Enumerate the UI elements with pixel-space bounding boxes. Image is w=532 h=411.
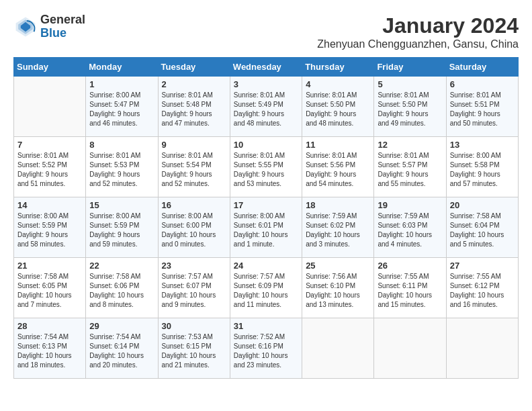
weekday-header: Friday (374, 58, 446, 77)
logo-general-text: General (40, 13, 85, 26)
month-title: January 2024 (317, 13, 519, 38)
weekday-header: Monday (86, 58, 158, 77)
day-detail: Sunrise: 8:00 AMSunset: 5:59 PMDaylight:… (17, 212, 82, 249)
day-detail: Sunrise: 7:58 AMSunset: 6:04 PMDaylight:… (450, 212, 515, 249)
day-detail: Sunrise: 7:58 AMSunset: 6:05 PMDaylight:… (17, 272, 82, 310)
day-number: 8 (89, 140, 154, 150)
calendar-cell (14, 77, 86, 137)
calendar-cell: 13Sunrise: 8:00 AMSunset: 5:58 PMDayligh… (446, 137, 518, 197)
calendar-week-row: 1Sunrise: 8:00 AMSunset: 5:47 PMDaylight… (14, 77, 519, 137)
day-number: 22 (89, 261, 154, 271)
day-number: 23 (162, 261, 226, 271)
day-number: 11 (306, 140, 370, 150)
day-number: 4 (306, 79, 370, 89)
title-block: January 2024 Zhenyuan Chengguanzhen, Gan… (317, 13, 519, 50)
day-detail: Sunrise: 8:01 AMSunset: 5:50 PMDaylight:… (306, 91, 370, 128)
weekday-header: Thursday (302, 58, 374, 77)
day-detail: Sunrise: 8:01 AMSunset: 5:57 PMDaylight:… (378, 151, 442, 189)
calendar-cell: 20Sunrise: 7:58 AMSunset: 6:04 PMDayligh… (446, 197, 518, 258)
day-detail: Sunrise: 7:57 AMSunset: 6:07 PMDaylight:… (162, 272, 226, 310)
calendar-cell: 19Sunrise: 7:59 AMSunset: 6:03 PMDayligh… (374, 197, 446, 258)
day-detail: Sunrise: 8:00 AMSunset: 5:59 PMDaylight:… (89, 212, 154, 249)
calendar-cell: 31Sunrise: 7:52 AMSunset: 6:16 PMDayligh… (230, 318, 302, 379)
day-detail: Sunrise: 7:55 AMSunset: 6:11 PMDaylight:… (378, 272, 442, 310)
weekday-header: Sunday (14, 58, 86, 77)
day-number: 30 (162, 321, 226, 331)
calendar-cell: 8Sunrise: 8:01 AMSunset: 5:53 PMDaylight… (86, 137, 158, 197)
day-detail: Sunrise: 7:53 AMSunset: 6:15 PMDaylight:… (162, 332, 226, 370)
day-detail: Sunrise: 8:00 AMSunset: 6:01 PMDaylight:… (234, 212, 298, 249)
calendar-week-row: 28Sunrise: 7:54 AMSunset: 6:13 PMDayligh… (14, 318, 519, 379)
day-number: 24 (234, 261, 298, 271)
calendar-cell: 26Sunrise: 7:55 AMSunset: 6:11 PMDayligh… (374, 258, 446, 318)
calendar-cell: 2Sunrise: 8:01 AMSunset: 5:48 PMDaylight… (158, 77, 230, 137)
day-number: 14 (17, 200, 82, 210)
weekday-header: Tuesday (158, 58, 230, 77)
weekday-header: Saturday (446, 58, 518, 77)
day-detail: Sunrise: 7:56 AMSunset: 6:10 PMDaylight:… (306, 272, 370, 310)
day-detail: Sunrise: 7:58 AMSunset: 6:06 PMDaylight:… (89, 272, 154, 310)
calendar-cell: 3Sunrise: 8:01 AMSunset: 5:49 PMDaylight… (230, 77, 302, 137)
location-subtitle: Zhenyuan Chengguanzhen, Gansu, China (317, 38, 519, 50)
day-detail: Sunrise: 8:01 AMSunset: 5:53 PMDaylight:… (89, 151, 154, 189)
calendar-cell: 12Sunrise: 8:01 AMSunset: 5:57 PMDayligh… (374, 137, 446, 197)
calendar-cell: 29Sunrise: 7:54 AMSunset: 6:14 PMDayligh… (86, 318, 158, 379)
calendar-cell: 9Sunrise: 8:01 AMSunset: 5:54 PMDaylight… (158, 137, 230, 197)
day-number: 1 (89, 79, 154, 89)
day-detail: Sunrise: 8:01 AMSunset: 5:50 PMDaylight:… (378, 91, 442, 128)
day-detail: Sunrise: 7:57 AMSunset: 6:09 PMDaylight:… (234, 272, 298, 310)
calendar-cell: 5Sunrise: 8:01 AMSunset: 5:50 PMDaylight… (374, 77, 446, 137)
day-detail: Sunrise: 8:01 AMSunset: 5:49 PMDaylight:… (234, 91, 298, 128)
calendar-cell: 24Sunrise: 7:57 AMSunset: 6:09 PMDayligh… (230, 258, 302, 318)
day-number: 9 (162, 140, 226, 150)
calendar-cell: 11Sunrise: 8:01 AMSunset: 5:56 PMDayligh… (302, 137, 374, 197)
calendar-week-row: 21Sunrise: 7:58 AMSunset: 6:05 PMDayligh… (14, 258, 519, 318)
day-number: 7 (17, 140, 82, 150)
calendar-cell: 22Sunrise: 7:58 AMSunset: 6:06 PMDayligh… (86, 258, 158, 318)
day-detail: Sunrise: 8:00 AMSunset: 5:47 PMDaylight:… (89, 91, 154, 128)
calendar-cell: 4Sunrise: 8:01 AMSunset: 5:50 PMDaylight… (302, 77, 374, 137)
day-number: 27 (450, 261, 515, 271)
day-number: 17 (234, 200, 298, 210)
day-detail: Sunrise: 8:01 AMSunset: 5:54 PMDaylight:… (162, 151, 226, 189)
calendar-cell: 14Sunrise: 8:00 AMSunset: 5:59 PMDayligh… (14, 197, 86, 258)
calendar-cell: 1Sunrise: 8:00 AMSunset: 5:47 PMDaylight… (86, 77, 158, 137)
logo: General Blue (13, 13, 85, 40)
day-number: 21 (17, 261, 82, 271)
day-detail: Sunrise: 7:59 AMSunset: 6:03 PMDaylight:… (378, 212, 442, 249)
day-detail: Sunrise: 8:01 AMSunset: 5:51 PMDaylight:… (450, 91, 515, 128)
day-number: 31 (234, 321, 298, 331)
calendar-cell: 18Sunrise: 7:59 AMSunset: 6:02 PMDayligh… (302, 197, 374, 258)
calendar-cell: 7Sunrise: 8:01 AMSunset: 5:52 PMDaylight… (14, 137, 86, 197)
day-detail: Sunrise: 8:01 AMSunset: 5:48 PMDaylight:… (162, 91, 226, 128)
day-number: 5 (378, 79, 442, 89)
day-number: 20 (450, 200, 515, 210)
calendar-week-row: 7Sunrise: 8:01 AMSunset: 5:52 PMDaylight… (14, 137, 519, 197)
logo-blue-text: Blue (40, 26, 66, 40)
calendar-cell: 10Sunrise: 8:01 AMSunset: 5:55 PMDayligh… (230, 137, 302, 197)
day-number: 10 (234, 140, 298, 150)
calendar-cell: 15Sunrise: 8:00 AMSunset: 5:59 PMDayligh… (86, 197, 158, 258)
calendar-cell (302, 318, 374, 379)
day-number: 12 (378, 140, 442, 150)
calendar-week-row: 14Sunrise: 8:00 AMSunset: 5:59 PMDayligh… (14, 197, 519, 258)
calendar-cell: 30Sunrise: 7:53 AMSunset: 6:15 PMDayligh… (158, 318, 230, 379)
day-detail: Sunrise: 8:01 AMSunset: 5:56 PMDaylight:… (306, 151, 370, 189)
day-number: 15 (89, 200, 154, 210)
day-number: 28 (17, 321, 82, 331)
day-number: 6 (450, 79, 515, 89)
calendar-cell: 16Sunrise: 8:00 AMSunset: 6:00 PMDayligh… (158, 197, 230, 258)
page-header: General Blue January 2024 Zhenyuan Cheng… (13, 13, 519, 50)
calendar-cell (374, 318, 446, 379)
weekday-header: Wednesday (230, 58, 302, 77)
day-detail: Sunrise: 7:52 AMSunset: 6:16 PMDaylight:… (234, 332, 298, 370)
day-detail: Sunrise: 8:00 AMSunset: 5:58 PMDaylight:… (450, 151, 515, 189)
day-number: 25 (306, 261, 370, 271)
day-number: 16 (162, 200, 226, 210)
day-detail: Sunrise: 7:54 AMSunset: 6:14 PMDaylight:… (89, 332, 154, 370)
calendar-cell (446, 318, 518, 379)
day-detail: Sunrise: 8:00 AMSunset: 6:00 PMDaylight:… (162, 212, 226, 249)
day-number: 18 (306, 200, 370, 210)
day-number: 13 (450, 140, 515, 150)
day-detail: Sunrise: 8:01 AMSunset: 5:55 PMDaylight:… (234, 151, 298, 189)
